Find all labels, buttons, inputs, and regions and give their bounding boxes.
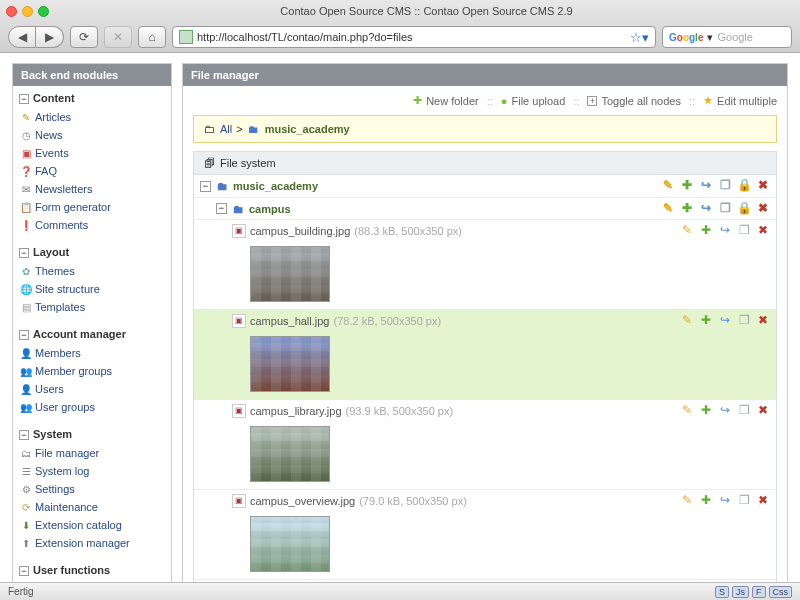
move-icon[interactable]: ↪	[718, 403, 732, 417]
thumbnail[interactable]	[250, 246, 330, 302]
thumbnail[interactable]	[250, 336, 330, 392]
move-icon[interactable]: ↪	[718, 493, 732, 507]
sidebar-item[interactable]: ◷News	[17, 126, 167, 144]
back-button[interactable]: ◀	[8, 26, 36, 48]
bookmark-icon[interactable]: ☆▾	[630, 30, 649, 45]
sidebar-item[interactable]: ⟳Maintenance	[17, 498, 167, 516]
file-name[interactable]: campus_overview.jpg	[250, 495, 355, 507]
url-bar[interactable]: http://localhost/TL/contao/main.php?do=f…	[172, 26, 656, 48]
sidebar-item-label: FAQ	[35, 165, 57, 177]
toggle-icon[interactable]: −	[216, 203, 227, 214]
add-icon[interactable]: ✚	[680, 201, 694, 215]
breadcrumb-all[interactable]: All	[220, 123, 232, 135]
add-icon[interactable]: ✚	[699, 313, 713, 327]
move-icon[interactable]: ↪	[699, 178, 713, 192]
toggle-icon[interactable]: −	[200, 181, 211, 192]
search-input[interactable]: Google▾ Google	[662, 26, 792, 48]
status-badge[interactable]: F	[752, 586, 766, 598]
status-text: Fertig	[8, 586, 34, 597]
filesystem-icon: 🗐	[202, 156, 216, 170]
edit-icon[interactable]: ✎	[680, 313, 694, 327]
copy-icon[interactable]: ❐	[737, 403, 751, 417]
forward-button[interactable]: ▶	[36, 26, 64, 48]
sidebar-item[interactable]: 📋Form generator	[17, 198, 167, 216]
thumbnail[interactable]	[250, 426, 330, 482]
sidebar-item[interactable]: 👥Member groups	[17, 362, 167, 380]
sidebar-item[interactable]: 👥User groups	[17, 398, 167, 416]
add-icon[interactable]: ✚	[699, 493, 713, 507]
protect-icon[interactable]: 🔒	[737, 201, 751, 215]
close-icon[interactable]	[6, 6, 17, 17]
copy-icon[interactable]: ❐	[737, 313, 751, 327]
delete-icon[interactable]: ✖	[756, 223, 770, 237]
file-name[interactable]: campus_building.jpg	[250, 225, 350, 237]
sidebar-group[interactable]: −Layout	[13, 240, 171, 262]
status-badge[interactable]: Css	[769, 586, 793, 598]
file-name[interactable]: campus_library.jpg	[250, 405, 342, 417]
file-name[interactable]: music_academy	[233, 180, 318, 192]
collapse-icon[interactable]: −	[19, 248, 29, 258]
sidebar-group[interactable]: −User functions	[13, 558, 171, 580]
action-new-folder[interactable]: ✚New folder	[413, 94, 479, 107]
folder-icon: 🖿	[231, 202, 245, 216]
delete-icon[interactable]: ✖	[756, 313, 770, 327]
add-icon[interactable]: ✚	[699, 223, 713, 237]
copy-icon[interactable]: ❐	[737, 493, 751, 507]
minimize-icon[interactable]	[22, 6, 33, 17]
file-name[interactable]: campus	[249, 203, 291, 215]
copy-icon[interactable]: ❐	[718, 178, 732, 192]
move-icon[interactable]: ↪	[718, 223, 732, 237]
sidebar-item[interactable]: ▤Templates	[17, 298, 167, 316]
copy-icon[interactable]: ❐	[718, 201, 732, 215]
sidebar-item[interactable]: ✉Newsletters	[17, 180, 167, 198]
add-icon[interactable]: ✚	[680, 178, 694, 192]
sidebar-item[interactable]: 👤Users	[17, 380, 167, 398]
edit-icon[interactable]: ✎	[661, 201, 675, 215]
status-badge[interactable]: Js	[732, 586, 749, 598]
delete-icon[interactable]: ✖	[756, 201, 770, 215]
add-icon[interactable]: ✚	[699, 403, 713, 417]
sidebar-item[interactable]: ❓FAQ	[17, 162, 167, 180]
collapse-icon[interactable]: −	[19, 94, 29, 104]
sidebar-item[interactable]: ⚙Settings	[17, 480, 167, 498]
sidebar-item[interactable]: ✎Articles	[17, 108, 167, 126]
sidebar-item[interactable]: 👤Members	[17, 344, 167, 362]
move-icon[interactable]: ↪	[718, 313, 732, 327]
copy-icon[interactable]: ❐	[737, 223, 751, 237]
delete-icon[interactable]: ✖	[756, 493, 770, 507]
edit-icon[interactable]: ✎	[680, 403, 694, 417]
sidebar-item[interactable]: ☰System log	[17, 462, 167, 480]
sidebar-group[interactable]: −System	[13, 422, 171, 444]
collapse-icon[interactable]: −	[19, 566, 29, 576]
sidebar-item[interactable]: ▣Events	[17, 144, 167, 162]
sidebar-item[interactable]: ✿Themes	[17, 262, 167, 280]
sidebar-item[interactable]: ⬇Extension catalog	[17, 516, 167, 534]
action-edit-multiple[interactable]: ★Edit multiple	[703, 94, 777, 107]
edit-icon[interactable]: ✎	[661, 178, 675, 192]
sidebar-item[interactable]: 🌐Site structure	[17, 280, 167, 298]
move-icon[interactable]: ↪	[699, 201, 713, 215]
delete-icon[interactable]: ✖	[756, 178, 770, 192]
sidebar-item-label: User groups	[35, 401, 95, 413]
sidebar-group[interactable]: −Content	[13, 86, 171, 108]
thumbnail[interactable]	[250, 516, 330, 572]
sidebar-group[interactable]: −Account manager	[13, 322, 171, 344]
zoom-icon[interactable]	[38, 6, 49, 17]
home-button[interactable]: ⌂	[138, 26, 166, 48]
delete-icon[interactable]: ✖	[756, 403, 770, 417]
file-name[interactable]: campus_hall.jpg	[250, 315, 330, 327]
edit-icon[interactable]: ✎	[680, 493, 694, 507]
collapse-icon[interactable]: −	[19, 330, 29, 340]
sidebar-item[interactable]: 🗂File manager	[17, 444, 167, 462]
file-system-header: 🗐 File system	[193, 151, 777, 174]
protect-icon[interactable]: 🔒	[737, 178, 751, 192]
action-toggle-all-nodes[interactable]: +Toggle all nodes	[587, 95, 681, 107]
reload-button[interactable]: ⟳	[70, 26, 98, 48]
status-badge[interactable]: S	[715, 586, 729, 598]
edit-icon[interactable]: ✎	[680, 223, 694, 237]
collapse-icon[interactable]: −	[19, 430, 29, 440]
sidebar-item[interactable]: ⬆Extension manager	[17, 534, 167, 552]
sidebar-item[interactable]: ❗Comments	[17, 216, 167, 234]
stop-button[interactable]: ✕	[104, 26, 132, 48]
action-file-upload[interactable]: ●File upload	[501, 95, 565, 107]
